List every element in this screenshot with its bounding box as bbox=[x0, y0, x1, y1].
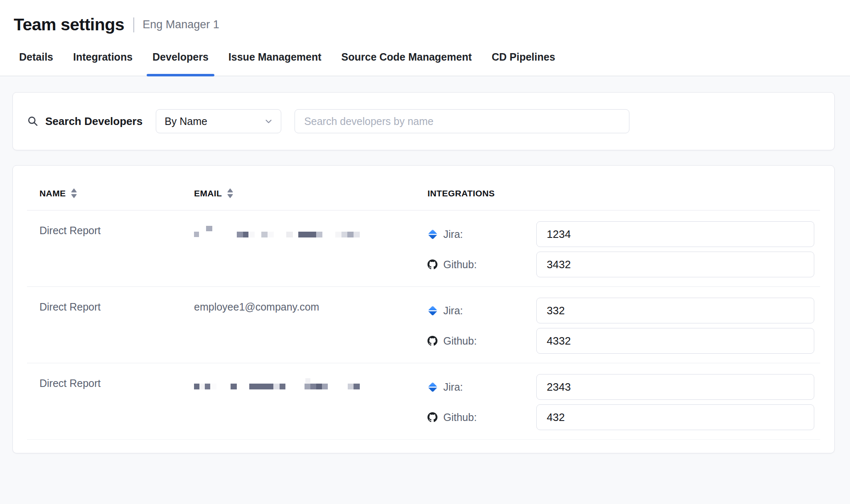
developers-table-card: NAME EMAIL INTEGRATIONS bbox=[12, 165, 835, 453]
search-developers-card: Search Developers By Name bbox=[12, 92, 835, 150]
github-integration-row: Github: bbox=[427, 404, 814, 430]
team-name-subtitle: Eng Manager 1 bbox=[142, 18, 219, 31]
github-icon bbox=[427, 412, 437, 422]
tab-integrations[interactable]: Integrations bbox=[67, 37, 138, 76]
jira-icon bbox=[427, 382, 437, 392]
table-header-row: NAME EMAIL INTEGRATIONS bbox=[27, 166, 820, 210]
integrations-cell: Jira: Github: bbox=[427, 374, 814, 430]
jira-label: Jira: bbox=[443, 381, 463, 393]
column-header-name: NAME bbox=[39, 188, 194, 198]
table-row: Direct Report employee1@company.com Jira… bbox=[27, 287, 820, 363]
github-label: Github: bbox=[443, 335, 477, 347]
jira-label: Jira: bbox=[443, 305, 463, 317]
github-integration-row: Github: bbox=[427, 328, 814, 354]
search-filter-value: By Name bbox=[165, 115, 207, 127]
redacted-email-blur bbox=[194, 377, 427, 396]
jira-integration-row: Jira: bbox=[427, 298, 814, 323]
jira-id-input[interactable] bbox=[536, 374, 814, 400]
github-label: Github: bbox=[443, 411, 477, 423]
tab-bar: Details Integrations Developers Issue Ma… bbox=[0, 37, 850, 76]
developer-email-redacted bbox=[194, 221, 427, 277]
integrations-cell: Jira: Github: bbox=[427, 221, 814, 277]
content-area: Search Developers By Name NAME bbox=[0, 76, 850, 453]
jira-integration-row: Jira: bbox=[427, 221, 814, 247]
jira-icon bbox=[427, 229, 437, 239]
tab-source-code-management[interactable]: Source Code Management bbox=[336, 37, 478, 76]
search-developers-label: Search Developers bbox=[45, 115, 142, 128]
tab-developers[interactable]: Developers bbox=[147, 37, 214, 76]
table-row: Direct Report Jira: bbox=[27, 210, 820, 287]
title-divider bbox=[133, 17, 134, 32]
jira-id-input[interactable] bbox=[536, 221, 814, 247]
jira-id-input[interactable] bbox=[536, 298, 814, 323]
search-label-group: Search Developers bbox=[27, 115, 142, 128]
jira-label: Jira: bbox=[443, 228, 463, 240]
tab-cd-pipelines[interactable]: CD Pipelines bbox=[486, 37, 561, 76]
topbar: Team settings Eng Manager 1 Details Inte… bbox=[0, 0, 850, 76]
github-id-input[interactable] bbox=[536, 252, 814, 277]
column-header-email: EMAIL bbox=[194, 188, 427, 198]
github-integration-row: Github: bbox=[427, 252, 814, 277]
developer-email: employee1@company.com bbox=[194, 298, 427, 354]
search-filter-select[interactable]: By Name bbox=[156, 109, 281, 133]
search-developers-input[interactable] bbox=[295, 109, 629, 133]
tab-issue-management[interactable]: Issue Management bbox=[223, 37, 327, 76]
developer-name: Direct Report bbox=[39, 221, 194, 277]
page-title: Team settings bbox=[14, 15, 124, 34]
search-icon bbox=[27, 115, 39, 127]
sort-email-button[interactable] bbox=[227, 188, 233, 198]
redacted-email-blur bbox=[194, 225, 427, 244]
developer-email-redacted bbox=[194, 374, 427, 430]
chevron-down-icon bbox=[265, 117, 273, 125]
github-id-input[interactable] bbox=[536, 328, 814, 354]
developer-name: Direct Report bbox=[39, 374, 194, 430]
github-label: Github: bbox=[443, 259, 477, 271]
github-id-input[interactable] bbox=[536, 404, 814, 430]
developer-name: Direct Report bbox=[39, 298, 194, 354]
jira-icon bbox=[427, 306, 437, 316]
table-row: Direct Report Jira: bbox=[27, 363, 820, 440]
column-header-integrations: INTEGRATIONS bbox=[427, 188, 814, 198]
sort-name-button[interactable] bbox=[71, 188, 77, 198]
github-icon bbox=[427, 259, 437, 269]
page-header: Team settings Eng Manager 1 bbox=[0, 0, 850, 37]
integrations-cell: Jira: Github: bbox=[427, 298, 814, 354]
tab-details[interactable]: Details bbox=[13, 37, 59, 76]
github-icon bbox=[427, 336, 437, 346]
jira-integration-row: Jira: bbox=[427, 374, 814, 400]
